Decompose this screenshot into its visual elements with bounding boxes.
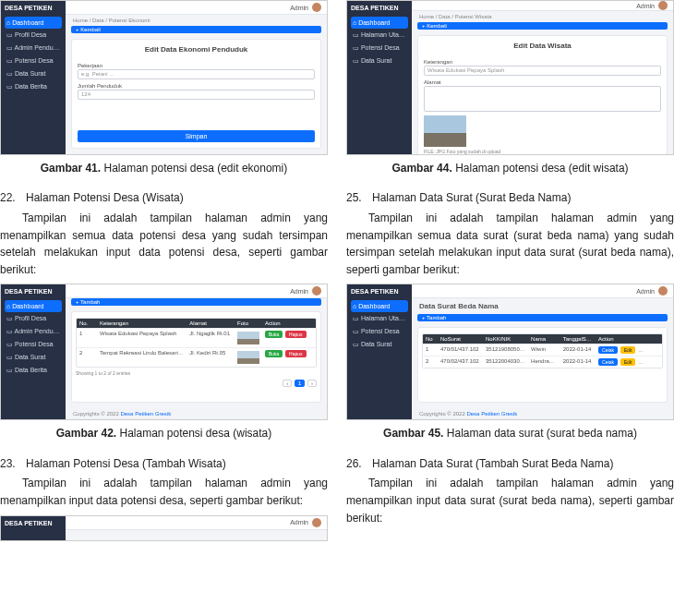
sidebar-item[interactable]: ▭ Halaman Utama: [351, 29, 408, 42]
topbar: Admin: [66, 284, 327, 298]
sidebar-item[interactable]: ▭ Data Surat: [5, 351, 62, 364]
pekerjaan-input[interactable]: e.g. Petani ...: [78, 69, 315, 79]
topbar: Admin: [412, 1, 673, 11]
photo-thumb-icon: [237, 332, 259, 344]
wisata-table: No. Keterangan Alamat Foto Action 1 Wisa…: [76, 318, 317, 368]
print-button[interactable]: Cetak: [598, 346, 618, 354]
sidebar-item[interactable]: ▭ Data Berita: [5, 364, 62, 377]
sidebar-item[interactable]: ▭ Potensi Desa: [351, 325, 408, 338]
brand: DESA PETIKEN: [351, 288, 408, 295]
delete-button[interactable]: Hapus: [285, 350, 306, 357]
label: Alamat: [424, 79, 661, 85]
label: Jumlah Penduduk: [78, 83, 315, 89]
sidebar-item[interactable]: ⌂ Dashboard: [351, 17, 408, 29]
sidebar-item[interactable]: ▭ Profil Desa: [5, 312, 62, 325]
user-name: Admin: [636, 3, 655, 9]
col-act: Action: [596, 334, 662, 344]
page-prev[interactable]: ‹: [283, 380, 292, 387]
avatar-icon[interactable]: [312, 518, 321, 527]
file-hint: FILE: JPG Foto yang sudah di upload: [424, 149, 661, 154]
page-title: Edit Data Wisata: [424, 42, 661, 50]
sec25-body: Tampilan ini adalah tampilan halaman adm…: [346, 210, 674, 278]
sidebar: DESA PETIKEN ⌂ Dashboard ▭ Halaman Utama…: [347, 1, 412, 154]
label: Keterangan: [424, 59, 661, 65]
breadcrumb: Home / Data / Potensi Wisata: [412, 11, 673, 22]
print-button[interactable]: Cetak: [598, 358, 618, 366]
back-button[interactable]: + Kembali: [71, 26, 321, 33]
sidebar-item[interactable]: ⌂ Dashboard: [351, 300, 408, 312]
sidebar-item[interactable]: ▭ Admin Penduduk: [5, 325, 62, 338]
pagination: ‹ 1 ›: [76, 380, 317, 387]
sidebar-item[interactable]: ▭ Data Berita: [5, 80, 62, 93]
fig41-screenshot: DESA PETIKEN ⌂ Dashboard ▭ Profil Desa ▭…: [0, 0, 328, 155]
footer: Copyrights © 2022 Desa Petiken Gresik: [66, 408, 327, 419]
sec25-title: 25.Halaman Data Surat (Surat Beda Nama): [346, 190, 674, 206]
sidebar-item[interactable]: ▭ Profil Desa: [5, 29, 62, 42]
fig45-screenshot: DESA PETIKEN ⌂ Dashboard ▭ Halaman Utama…: [346, 284, 674, 420]
footer: Copyrights © 2022 Desa Petiken Gresik: [412, 408, 673, 419]
photo-preview-icon: [424, 115, 466, 147]
delete-button[interactable]: Hapus: [285, 331, 306, 338]
table-row: 1 470/01/437.102 351219080500001 Wiwin 2…: [423, 344, 662, 356]
table-row: 1 Wisata Edukasi Pepaya Splash Jl. Ngagl…: [77, 328, 316, 347]
avatar-icon[interactable]: [312, 286, 321, 296]
surat-table: No NoSurat NoKK/NIK Nama TanggalSurat Ac…: [422, 333, 663, 368]
sidebar-item[interactable]: ▭ Halaman Utama: [351, 312, 408, 325]
sidebar: DESA PETIKEN ⌂ Dashboard ▭ Profil Desa ▭…: [1, 1, 66, 154]
fig44-caption: Gambar 44. Halaman potensi desa (edit wi…: [346, 161, 674, 175]
col-nama: Nama: [528, 334, 560, 344]
edit-button[interactable]: Edit: [620, 358, 636, 366]
jumlah-input[interactable]: 124: [78, 90, 315, 100]
delete-button[interactable]: Hapus: [638, 358, 658, 366]
sidebar-item[interactable]: ▭ Data Surat: [5, 67, 62, 80]
sidebar-item[interactable]: ▭ Potensi Desa: [5, 54, 62, 67]
topbar: Admin: [66, 516, 327, 530]
sec22-title: 22.Halaman Potensi Desa (Wisata): [0, 190, 328, 206]
page-next[interactable]: ›: [307, 380, 317, 387]
sidebar: DESA PETIKEN ⌂ Dashboard ▭ Profil Desa ▭…: [1, 284, 66, 419]
fig41-caption: Gambar 41. Halaman potensi desa (edit ek…: [0, 161, 328, 175]
page-1[interactable]: 1: [295, 380, 305, 387]
col-act: Action: [262, 319, 316, 328]
brand: DESA PETIKEN: [5, 5, 62, 11]
user-name: Admin: [290, 519, 308, 525]
sidebar-item[interactable]: ⌂ Dashboard: [5, 17, 62, 29]
avatar-icon[interactable]: [658, 286, 668, 296]
topbar: Admin: [66, 1, 327, 15]
showing-text: Showing 1 to 2 of 2 entries: [76, 370, 317, 376]
page-title: Edit Data Ekonomi Penduduk: [78, 45, 315, 54]
add-button[interactable]: + Tambah: [71, 298, 321, 306]
brand: DESA PETIKEN: [351, 5, 408, 11]
sidebar-item[interactable]: ⌂ Dashboard: [5, 300, 62, 312]
fig42-screenshot: DESA PETIKEN ⌂ Dashboard ▭ Profil Desa ▭…: [0, 284, 328, 420]
add-button[interactable]: + Tambah: [417, 314, 668, 321]
sec23-body: Tampilan ini adalah tampilan halaman adm…: [0, 475, 328, 509]
topbar: Admin: [412, 284, 673, 298]
sidebar-item[interactable]: ▭ Data Surat: [351, 54, 408, 67]
sec22-body: Tampilan ini adalah tampilan halaman adm…: [0, 210, 328, 278]
table-row: 2 470/02/437.102 351220040300001 Hendraw…: [423, 356, 662, 368]
edit-button[interactable]: Edit: [620, 346, 636, 354]
fig42-caption: Gambar 42. Halaman potensi desa (wisata): [0, 426, 328, 441]
fig43-partial-screenshot: DESA PETIKEN Admin: [0, 515, 328, 541]
sidebar-item[interactable]: ▭ Admin Penduduk: [5, 42, 62, 54]
alamat-textarea[interactable]: [424, 86, 661, 112]
avatar-icon[interactable]: [312, 3, 321, 12]
keterangan-input[interactable]: Wisata Edukasi Pepaya Splash: [424, 66, 661, 76]
label: Pekerjaan: [78, 63, 315, 68]
col-ket: Keterangan: [97, 319, 187, 328]
sidebar-item[interactable]: ▭ Potensi Desa: [351, 42, 408, 54]
col-nik: NoKK/NIK: [483, 334, 528, 344]
table-row: 2 Tempat Rekreasi Lindo Balesari dan Pet…: [77, 347, 316, 367]
sidebar-item[interactable]: ▭ Potensi Desa: [5, 338, 62, 351]
open-button[interactable]: Buka: [265, 350, 283, 357]
submit-button[interactable]: Simpan: [78, 130, 315, 142]
open-button[interactable]: Buka: [265, 331, 283, 338]
avatar-icon[interactable]: [658, 1, 668, 10]
sec23-title: 23.Halaman Potensi Desa (Tambah Wisata): [0, 456, 328, 472]
col-alm: Alamat: [187, 319, 235, 328]
sidebar-item[interactable]: ▭ Data Surat: [351, 338, 408, 351]
delete-button[interactable]: Hapus: [638, 346, 658, 354]
col-nos: NoSurat: [438, 334, 483, 344]
back-button[interactable]: + Kembali: [417, 22, 668, 30]
